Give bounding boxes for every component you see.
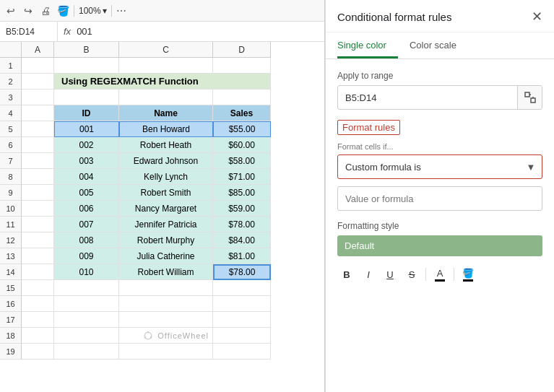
- grid-row-3: 3: [0, 90, 324, 105]
- cell-c10[interactable]: Nancy Margaret: [119, 201, 213, 217]
- panel-header: Conditional format rules ✕: [326, 0, 554, 32]
- toolbar: ↩ ↪ 🖨 🪣 100% ▾ ⋯: [0, 0, 324, 22]
- italic-button[interactable]: I: [359, 265, 378, 284]
- range-select-icon[interactable]: [517, 85, 542, 110]
- format-cells-if-label: Format cells if...: [337, 142, 542, 151]
- cell-d4-header[interactable]: Sales: [213, 105, 271, 121]
- cell-b7[interactable]: 003: [54, 153, 119, 169]
- row-num-1: 1: [0, 58, 22, 74]
- fx-label: fx: [58, 26, 77, 37]
- cell-c4-header[interactable]: Name: [119, 105, 213, 121]
- cell-b6[interactable]: 002: [54, 137, 119, 153]
- cell-b13[interactable]: 009: [54, 248, 119, 264]
- cell-a3[interactable]: [22, 90, 54, 105]
- cell-c1[interactable]: [119, 58, 213, 74]
- watermark-text: OfficeWheel: [157, 331, 209, 340]
- cell-a4[interactable]: [22, 105, 54, 121]
- cell-d12[interactable]: $84.00: [213, 232, 271, 248]
- col-header-a[interactable]: A: [22, 42, 54, 58]
- format-rules-label: Format rules: [337, 120, 400, 135]
- formula-value-input[interactable]: [337, 186, 542, 211]
- grid-row-16: 16: [0, 296, 324, 312]
- range-input[interactable]: [338, 92, 517, 103]
- zoom-arrow-icon: ▾: [103, 6, 107, 16]
- cell-b3[interactable]: [54, 90, 119, 105]
- grid-row-17: 17: [0, 312, 324, 328]
- cell-b8[interactable]: 004: [54, 169, 119, 185]
- font-color-bar: [435, 279, 445, 282]
- zoom-control[interactable]: 100% ▾: [79, 6, 107, 16]
- row-num-4: 4: [0, 105, 22, 121]
- cell-c11[interactable]: Jennifer Patricia: [119, 217, 213, 232]
- column-headers: A B C D: [0, 42, 324, 58]
- cell-b12[interactable]: 008: [54, 232, 119, 248]
- cell-c5[interactable]: Ben Howard: [119, 121, 213, 137]
- underline-button[interactable]: U: [381, 265, 399, 284]
- more-options-icon[interactable]: ⋯: [116, 5, 126, 17]
- cell-d13[interactable]: $81.00: [213, 248, 271, 264]
- tab-color-scale[interactable]: Color scale: [410, 32, 468, 58]
- font-color-button[interactable]: A: [430, 265, 449, 284]
- col-header-d[interactable]: D: [213, 42, 271, 58]
- cell-b9[interactable]: 005: [54, 185, 119, 201]
- formula-content: 001: [77, 26, 92, 37]
- cell-c14[interactable]: Robert William: [119, 264, 213, 280]
- format-condition-dropdown[interactable]: Custom formula is ▼: [337, 154, 542, 179]
- cell-c7[interactable]: Edward Johnson: [119, 153, 213, 169]
- cell-b4-header[interactable]: ID: [54, 105, 119, 121]
- range-input-row: [337, 85, 542, 110]
- cell-c12[interactable]: Robert Murphy: [119, 232, 213, 248]
- cell-d11[interactable]: $78.00: [213, 217, 271, 232]
- fill-color-bar: [463, 279, 473, 282]
- bold-button[interactable]: B: [337, 265, 356, 284]
- cell-c8[interactable]: Kelly Lynch: [119, 169, 213, 185]
- cell-a2[interactable]: [22, 74, 54, 90]
- formula-bar: B5:D14 fx 001: [0, 22, 324, 42]
- cell-d1[interactable]: [213, 58, 271, 74]
- cell-d6[interactable]: $60.00: [213, 137, 271, 153]
- svg-point-3: [144, 336, 147, 339]
- table-row: 13 009 Julia Catherine $81.00: [0, 248, 324, 264]
- cell-d8[interactable]: $71.00: [213, 169, 271, 185]
- grid-body: 1 2 Using REGEXMATCH Function 3: [0, 58, 324, 360]
- grid-row-19: 19: [0, 344, 324, 360]
- table-row: 8 004 Kelly Lynch $71.00: [0, 169, 324, 185]
- cell-b11[interactable]: 007: [54, 217, 119, 232]
- cell-b14[interactable]: 010: [54, 264, 119, 280]
- panel-title: Conditional format rules: [337, 11, 451, 23]
- corner-cell: [0, 42, 22, 58]
- cell-c9[interactable]: Robert Smith: [119, 185, 213, 201]
- fill-color-button[interactable]: 🪣: [459, 265, 477, 284]
- cell-reference-box[interactable]: B5:D14: [0, 22, 58, 41]
- cell-a1[interactable]: [22, 58, 54, 74]
- tab-single-color[interactable]: Single color: [337, 32, 398, 58]
- cell-d14[interactable]: $78.00: [213, 264, 271, 280]
- undo-icon[interactable]: ↩: [4, 4, 17, 17]
- cell-title[interactable]: Using REGEXMATCH Function: [54, 74, 271, 90]
- cell-c3[interactable]: [119, 90, 213, 105]
- col-header-b[interactable]: B: [54, 42, 119, 58]
- print-icon[interactable]: 🖨: [39, 4, 52, 17]
- strikethrough-button[interactable]: S: [402, 265, 421, 284]
- cell-d7[interactable]: $58.00: [213, 153, 271, 169]
- cell-d5[interactable]: $55.00: [213, 121, 271, 137]
- cell-c6[interactable]: Robert Heath: [119, 137, 213, 153]
- cell-c13[interactable]: Julia Catherine: [119, 248, 213, 264]
- dropdown-arrow-icon[interactable]: ▼: [520, 154, 542, 179]
- cell-b10[interactable]: 006: [54, 201, 119, 217]
- sheet-area: A B C D 1 2 Using REGE: [0, 42, 324, 392]
- grid-row-1: 1: [0, 58, 324, 74]
- cell-d9[interactable]: $85.00: [213, 185, 271, 201]
- conditional-format-panel: Conditional format rules ✕ Single color …: [325, 0, 554, 392]
- cell-b1[interactable]: [54, 58, 119, 74]
- cell-d3[interactable]: [213, 90, 271, 105]
- cell-d10[interactable]: $59.00: [213, 201, 271, 217]
- cell-b5[interactable]: 001: [54, 121, 119, 137]
- redo-icon[interactable]: ↪: [22, 4, 35, 17]
- col-header-c[interactable]: C: [119, 42, 213, 58]
- grid-row-15: 15: [0, 280, 324, 296]
- formatting-style-box: Default: [337, 235, 542, 256]
- paint-format-icon[interactable]: 🪣: [56, 4, 69, 17]
- panel-close-button[interactable]: ✕: [532, 9, 542, 25]
- table-row: 14 010 Robert William $78.00: [0, 264, 324, 280]
